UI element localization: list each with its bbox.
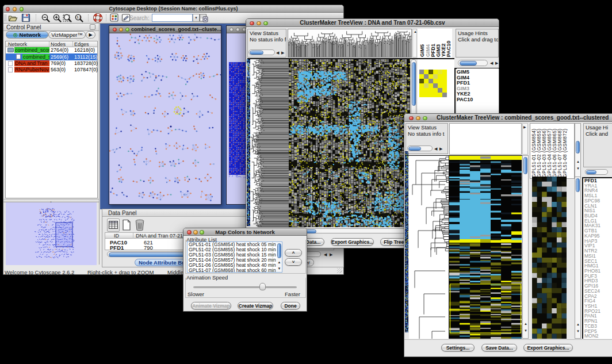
svg-text:PAC10: PAC10 [446, 41, 452, 57]
svg-text:1:1: 1:1 [76, 16, 81, 19]
svg-text:GIM5: GIM5 [419, 44, 425, 57]
svg-text:GPL51-08 (GSM872): GPL51-08 (GSM872) [562, 129, 568, 178]
